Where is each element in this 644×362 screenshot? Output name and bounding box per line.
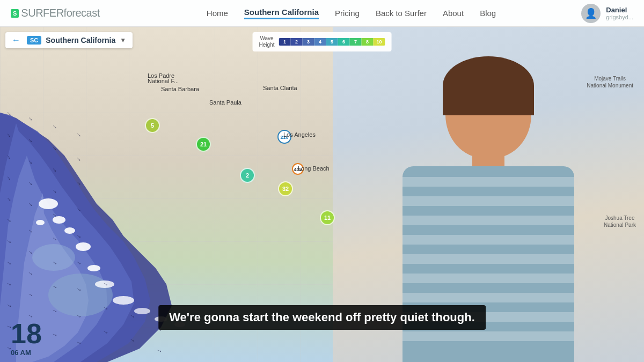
- svg-point-4: [36, 220, 45, 225]
- nav-blog[interactable]: Blog: [480, 9, 496, 18]
- park-joshua-tree: Joshua TreeNational Park: [604, 215, 636, 228]
- avatar: 👤: [581, 4, 601, 23]
- legend-color-bar: 1 2 3 4 5 6 7 8 10: [279, 38, 385, 46]
- logo[interactable]: S SURFERforecast: [11, 7, 100, 19]
- legend-2: 2: [290, 38, 302, 46]
- city-los-angeles: Los Angeles: [283, 131, 316, 138]
- surf-spot-2[interactable]: 21: [196, 137, 211, 152]
- svg-text:→: →: [26, 114, 35, 123]
- surf-spot-5[interactable]: 11: [320, 210, 335, 225]
- user-handle: grigsbyd...: [606, 14, 633, 20]
- person-shirt: [402, 166, 574, 362]
- user-profile[interactable]: 👤 Daniel grigsbyd...: [581, 4, 633, 23]
- legend-3: 3: [302, 38, 314, 46]
- back-arrow-icon[interactable]: ←: [12, 35, 20, 45]
- user-name: Daniel: [606, 6, 633, 14]
- user-info: Daniel grigsbyd...: [606, 6, 633, 20]
- timestamp-number: 18: [11, 320, 42, 348]
- logo-text: SURFERforecast: [21, 7, 99, 19]
- park-mojave: Mojave TrailsNational Monument: [587, 75, 633, 89]
- svg-point-6: [76, 242, 91, 251]
- nav-southern-california[interactable]: Southern California: [244, 8, 319, 19]
- svg-text:→: →: [155, 346, 164, 356]
- nav-links: Home Southern California Pricing Back to…: [121, 8, 582, 19]
- main-content: → → → → → → → → → → → → → → → → → → → → …: [0, 27, 644, 362]
- svg-text:→: →: [74, 130, 84, 139]
- navbar: S SURFERforecast Home Southern Californi…: [0, 0, 644, 27]
- legend-8: 8: [361, 38, 373, 46]
- surf-spot-1[interactable]: 5: [145, 118, 160, 133]
- person-hair: [443, 56, 534, 115]
- svg-text:→: →: [74, 154, 84, 164]
- legend-label: Wave Height: [259, 35, 275, 48]
- region-name: Southern California: [46, 36, 115, 45]
- region-badge: SC: [27, 36, 41, 45]
- svg-point-1: [32, 244, 75, 271]
- city-santa-paula: Santa Paula: [209, 99, 241, 106]
- nav-about[interactable]: About: [443, 9, 464, 18]
- legend-10: 10: [373, 38, 385, 46]
- dropdown-icon[interactable]: ▼: [120, 36, 126, 44]
- legend-5: 5: [326, 38, 338, 46]
- legend-4: 4: [314, 38, 326, 46]
- timestamp-area: 18 06 AM: [11, 320, 42, 357]
- svg-text:→: →: [50, 122, 60, 131]
- legend-6: 6: [338, 38, 349, 46]
- city-santa-clarita: Santa Clarita: [263, 85, 297, 91]
- wave-height-legend: Wave Height 1 2 3 4 5 6 7 8 10: [253, 32, 392, 51]
- region-selector[interactable]: ← SC Southern California ▼: [5, 32, 133, 48]
- logo-s-icon: S: [11, 9, 19, 18]
- nav-home[interactable]: Home: [207, 9, 228, 18]
- svg-point-7: [87, 265, 100, 271]
- timestamp-label: 06 AM: [11, 349, 42, 357]
- city-santa-barbara: Santa Barbara: [161, 86, 199, 92]
- surf-spot-4[interactable]: 32: [278, 181, 293, 196]
- svg-point-2: [39, 198, 58, 209]
- city-national-forest: National F...: [148, 78, 179, 84]
- legend-7: 7: [349, 38, 361, 46]
- svg-point-5: [64, 227, 75, 234]
- video-subtitle: We're gonna start the weekend off pretty…: [158, 305, 486, 330]
- legend-1: 1: [279, 38, 290, 46]
- svg-point-9: [113, 296, 134, 305]
- nav-back-to-surfer[interactable]: Back to Surfer: [376, 9, 427, 18]
- surf-spot-3[interactable]: 2: [240, 168, 255, 183]
- nav-pricing[interactable]: Pricing: [335, 9, 360, 18]
- city-long-beach: Long Beach: [298, 165, 330, 172]
